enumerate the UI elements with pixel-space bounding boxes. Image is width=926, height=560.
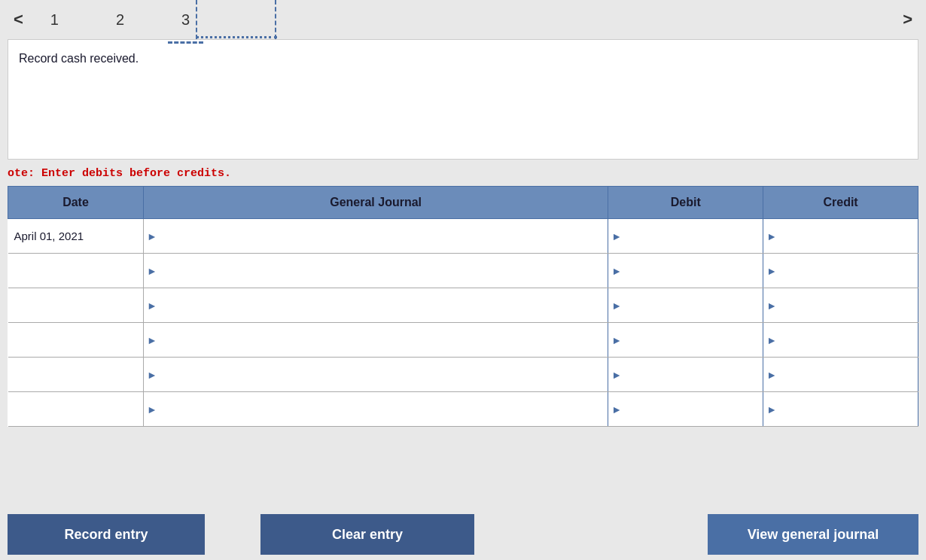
view-general-journal-button[interactable]: View general journal bbox=[708, 514, 918, 555]
credit-cell-6[interactable]: ► bbox=[763, 392, 918, 427]
tab-divider-right bbox=[275, 0, 276, 39]
debit-cell-4[interactable]: ► bbox=[608, 323, 763, 358]
clear-entry-button[interactable]: Clear entry bbox=[260, 514, 474, 555]
cell-arrow-debit-4: ► bbox=[608, 334, 625, 346]
journal-input-1[interactable] bbox=[160, 227, 608, 245]
journal-cell-3[interactable]: ► bbox=[144, 288, 608, 323]
credit-input-5[interactable] bbox=[780, 366, 918, 384]
cell-arrow-journal-5: ► bbox=[144, 369, 160, 381]
nav-arrow-left[interactable]: < bbox=[8, 10, 29, 29]
date-cell-4 bbox=[8, 323, 144, 358]
journal-input-5[interactable] bbox=[160, 366, 608, 384]
journal-input-6[interactable] bbox=[160, 400, 608, 418]
instruction-text: Record cash received. bbox=[19, 52, 139, 65]
cell-arrow-journal-3: ► bbox=[144, 300, 160, 312]
journal-cell-2[interactable]: ► bbox=[144, 254, 608, 288]
cell-arrow-credit-1: ► bbox=[763, 230, 780, 242]
date-cell-6 bbox=[8, 392, 144, 427]
header-credit: Credit bbox=[763, 187, 918, 219]
page-container: < 1 2 3 > Record cash received. ote: Ent… bbox=[0, 0, 926, 560]
journal-input-3[interactable] bbox=[160, 297, 608, 315]
cell-arrow-credit-2: ► bbox=[763, 265, 780, 277]
date-cell-2 bbox=[8, 254, 144, 288]
cell-arrow-debit-6: ► bbox=[608, 403, 625, 415]
debit-input-2[interactable] bbox=[625, 262, 763, 280]
instruction-box: Record cash received. bbox=[8, 39, 918, 160]
debit-input-1[interactable] bbox=[625, 227, 763, 245]
table-row: April 01, 2021 ► ► bbox=[8, 219, 918, 254]
debit-input-6[interactable] bbox=[625, 400, 763, 418]
table-row: ► ► ► bbox=[8, 358, 918, 392]
table-row: ► ► ► bbox=[8, 254, 918, 288]
credit-cell-2[interactable]: ► bbox=[763, 254, 918, 288]
debit-input-4[interactable] bbox=[625, 331, 763, 349]
debit-cell-6[interactable]: ► bbox=[608, 392, 763, 427]
cell-arrow-journal-4: ► bbox=[144, 334, 160, 346]
journal-table: Date General Journal Debit Credit April … bbox=[8, 186, 918, 427]
cell-arrow-journal-2: ► bbox=[144, 265, 160, 277]
credit-cell-1[interactable]: ► bbox=[763, 219, 918, 254]
cell-arrow-journal-1: ► bbox=[144, 230, 160, 242]
tab-3[interactable]: 3 bbox=[175, 8, 196, 32]
nav-arrow-right[interactable]: > bbox=[897, 10, 918, 29]
journal-cell-4[interactable]: ► bbox=[144, 323, 608, 358]
credit-input-1[interactable] bbox=[780, 227, 918, 245]
note-label: ote: Enter debits before credits. bbox=[8, 167, 231, 180]
credit-cell-5[interactable]: ► bbox=[763, 358, 918, 392]
journal-input-2[interactable] bbox=[160, 262, 608, 280]
credit-input-3[interactable] bbox=[780, 297, 918, 315]
journal-cell-1[interactable]: ► bbox=[144, 219, 608, 254]
journal-table-container: Date General Journal Debit Credit April … bbox=[8, 186, 918, 509]
tab-numbers: 1 2 3 bbox=[44, 8, 196, 32]
debit-cell-5[interactable]: ► bbox=[608, 358, 763, 392]
credit-input-6[interactable] bbox=[780, 400, 918, 418]
tab-2[interactable]: 2 bbox=[110, 8, 130, 32]
date-cell-5 bbox=[8, 358, 144, 392]
credit-input-2[interactable] bbox=[780, 262, 918, 280]
header-debit: Debit bbox=[608, 187, 763, 219]
journal-input-4[interactable] bbox=[160, 331, 608, 349]
cell-arrow-credit-4: ► bbox=[763, 334, 780, 346]
bottom-buttons: Record entry Clear entry View general jo… bbox=[0, 509, 926, 560]
table-row: ► ► ► bbox=[8, 323, 918, 358]
debit-cell-3[interactable]: ► bbox=[608, 288, 763, 323]
cell-arrow-debit-2: ► bbox=[608, 265, 625, 277]
credit-cell-4[interactable]: ► bbox=[763, 323, 918, 358]
debit-cell-1[interactable]: ► bbox=[608, 219, 763, 254]
top-nav: < 1 2 3 > bbox=[0, 0, 926, 39]
cell-arrow-debit-3: ► bbox=[608, 300, 625, 312]
cell-arrow-debit-1: ► bbox=[608, 230, 625, 242]
record-entry-button[interactable]: Record entry bbox=[8, 514, 205, 555]
date-cell-1: April 01, 2021 bbox=[8, 219, 144, 254]
journal-cell-6[interactable]: ► bbox=[144, 392, 608, 427]
note-text: ote: Enter debits before credits. bbox=[8, 167, 918, 180]
tab-divider-left bbox=[196, 0, 197, 39]
credit-cell-3[interactable]: ► bbox=[763, 288, 918, 323]
tab-active-indicator bbox=[196, 36, 277, 38]
cell-arrow-journal-6: ► bbox=[144, 403, 160, 415]
debit-input-5[interactable] bbox=[625, 366, 763, 384]
tab-1[interactable]: 1 bbox=[44, 8, 65, 32]
cell-arrow-credit-5: ► bbox=[763, 369, 780, 381]
credit-input-4[interactable] bbox=[780, 331, 918, 349]
debit-cell-2[interactable]: ► bbox=[608, 254, 763, 288]
table-row: ► ► ► bbox=[8, 392, 918, 427]
cell-arrow-debit-5: ► bbox=[608, 369, 625, 381]
date-cell-3 bbox=[8, 288, 144, 323]
header-date: Date bbox=[8, 187, 144, 219]
table-row: ► ► ► bbox=[8, 288, 918, 323]
journal-cell-5[interactable]: ► bbox=[144, 358, 608, 392]
debit-input-3[interactable] bbox=[625, 297, 763, 315]
header-general-journal: General Journal bbox=[144, 187, 608, 219]
cell-arrow-credit-6: ► bbox=[763, 403, 780, 415]
cell-arrow-credit-3: ► bbox=[763, 300, 780, 312]
